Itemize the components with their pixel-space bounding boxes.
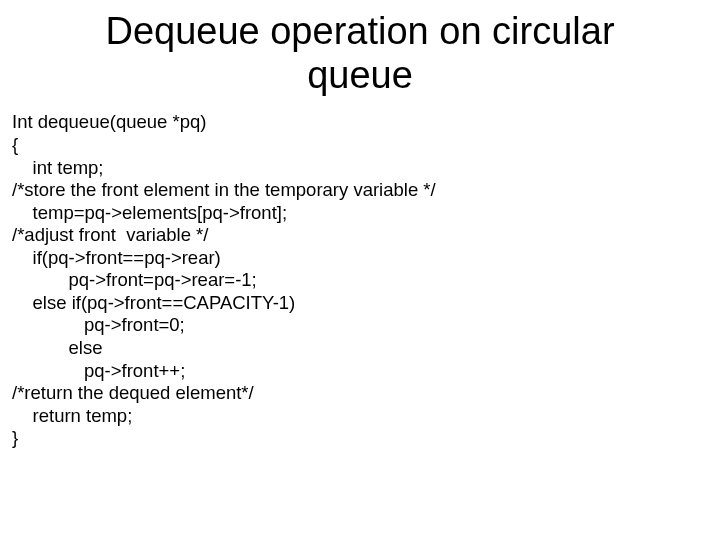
code-line: else (12, 337, 102, 358)
code-line: pq->front++; (12, 360, 185, 381)
code-line: { (12, 134, 18, 155)
code-line: Int dequeue(queue *pq) (12, 111, 206, 132)
code-line: return temp; (12, 405, 132, 426)
code-line: if(pq->front==pq->rear) (12, 247, 221, 268)
slide: Dequeue operation on circular queue Int … (0, 0, 720, 540)
code-line: int temp; (12, 157, 104, 178)
title-line-1: Dequeue operation on circular (105, 10, 614, 52)
code-line: else if(pq->front==CAPACITY-1) (12, 292, 295, 313)
code-line: /*return the dequed element*/ (12, 382, 254, 403)
code-line: /*store the front element in the tempora… (12, 179, 436, 200)
code-line: /*adjust front variable */ (12, 224, 208, 245)
code-line: pq->front=pq->rear=-1; (12, 269, 257, 290)
code-block: Int dequeue(queue *pq) { int temp; /*sto… (0, 97, 720, 449)
code-line: pq->front=0; (12, 314, 185, 335)
title-line-2: queue (307, 54, 413, 96)
code-line: } (12, 427, 18, 448)
code-line: temp=pq->elements[pq->front]; (12, 202, 287, 223)
slide-title: Dequeue operation on circular queue (0, 0, 720, 97)
